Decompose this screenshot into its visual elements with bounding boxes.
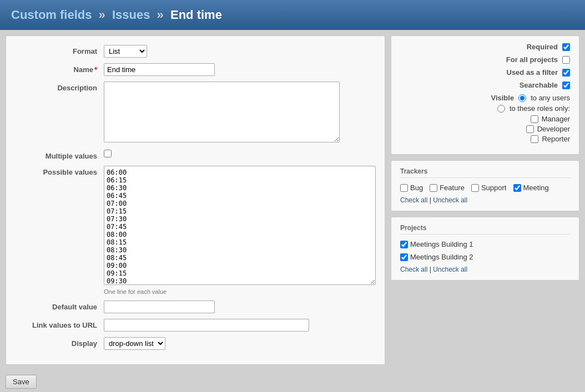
name-control bbox=[104, 63, 376, 76]
searchable-checkbox[interactable] bbox=[562, 82, 570, 89]
tracker-feature-label: Feature bbox=[440, 184, 465, 192]
used-as-filter-row: Used as a filter bbox=[400, 68, 570, 77]
description-control bbox=[104, 82, 376, 144]
project-1: Meetings Building 1 bbox=[400, 240, 473, 248]
save-button[interactable]: Save bbox=[6, 375, 37, 389]
visible-roles-radio[interactable] bbox=[497, 105, 505, 113]
breadcrumb-sep-1: » bbox=[99, 8, 105, 22]
projects-separator: | bbox=[430, 266, 431, 273]
multiple-values-label: Multiple values bbox=[15, 150, 104, 160]
multiple-values-checkbox[interactable] bbox=[104, 150, 112, 157]
format-row: Format List Text Integer Float Boolean D… bbox=[15, 45, 376, 58]
save-area: Save bbox=[0, 370, 585, 392]
trackers-check-all-link[interactable]: Check all bbox=[400, 196, 427, 204]
default-value-row: Default value bbox=[15, 301, 376, 313]
tracker-meeting-label: Meeting bbox=[523, 184, 549, 192]
page-title: End time bbox=[170, 8, 222, 22]
tracker-support: Support bbox=[471, 184, 507, 192]
breadcrumb-custom-fields[interactable]: Custom fields bbox=[11, 8, 92, 22]
default-value-input[interactable] bbox=[104, 301, 215, 313]
projects-check-uncheck: Check all | Uncheck all bbox=[400, 266, 570, 273]
visible-roles-row: to these roles only: bbox=[400, 104, 570, 113]
tracker-bug-checkbox[interactable] bbox=[400, 184, 408, 192]
trackers-row: Bug Feature Support Meeting bbox=[400, 184, 570, 192]
trackers-title: Trackers bbox=[400, 167, 570, 178]
role-manager-label: Manager bbox=[542, 115, 570, 123]
possible-values-textarea[interactable]: 06:00 06:15 06:30 06:45 07:00 07:15 07:3… bbox=[104, 166, 376, 285]
trackers-separator: | bbox=[430, 196, 431, 204]
left-panel: Format List Text Integer Float Boolean D… bbox=[6, 35, 385, 365]
role-reporter-row: Reporter bbox=[400, 135, 570, 143]
format-select[interactable]: List Text Integer Float Boolean Date Use… bbox=[104, 45, 147, 58]
used-as-filter-checkbox[interactable] bbox=[562, 69, 570, 77]
trackers-uncheck-all-link[interactable]: Uncheck all bbox=[433, 196, 467, 204]
link-values-input[interactable] bbox=[104, 319, 309, 332]
role-developer-checkbox[interactable] bbox=[526, 125, 534, 133]
main-content: Format List Text Integer Float Boolean D… bbox=[0, 30, 585, 370]
description-textarea[interactable] bbox=[104, 82, 340, 142]
project-1-checkbox[interactable] bbox=[400, 241, 408, 248]
project-1-label: Meetings Building 1 bbox=[410, 240, 473, 248]
for-all-projects-checkbox[interactable] bbox=[562, 56, 570, 64]
project-2: Meetings Building 2 bbox=[400, 253, 473, 261]
role-developer-row: Developer bbox=[400, 125, 570, 133]
tracker-bug: Bug bbox=[400, 184, 423, 192]
settings-box: Required For all projects Used as a filt… bbox=[391, 35, 579, 155]
display-select[interactable]: drop-down list check box bbox=[104, 337, 165, 350]
project-2-checkbox[interactable] bbox=[400, 253, 408, 261]
link-values-row: Link values to URL bbox=[15, 319, 376, 332]
default-value-control bbox=[104, 301, 376, 313]
project-2-row: Meetings Building 2 bbox=[400, 253, 570, 261]
for-all-projects-label: For all projects bbox=[506, 55, 558, 64]
name-label: Name* bbox=[15, 63, 104, 74]
tracker-feature-checkbox[interactable] bbox=[430, 184, 437, 192]
role-manager-checkbox[interactable] bbox=[531, 115, 538, 123]
possible-values-hint: One line for each value bbox=[104, 288, 376, 295]
display-row: Display drop-down list check box bbox=[15, 337, 376, 350]
multiple-values-control bbox=[104, 150, 376, 159]
page-header: Custom fields » Issues » End time bbox=[0, 0, 585, 30]
role-manager-row: Manager bbox=[400, 115, 570, 123]
link-values-control bbox=[104, 319, 376, 332]
project-2-label: Meetings Building 2 bbox=[410, 253, 473, 261]
projects-title: Projects bbox=[400, 224, 570, 235]
description-row: Description bbox=[15, 82, 376, 144]
display-label: Display bbox=[15, 337, 104, 348]
name-input[interactable] bbox=[104, 63, 215, 76]
trackers-box: Trackers Bug Feature Support Meeting bbox=[391, 160, 579, 211]
format-control: List Text Integer Float Boolean Date Use… bbox=[104, 45, 376, 58]
multiple-values-row: Multiple values bbox=[15, 150, 376, 160]
default-value-label: Default value bbox=[15, 301, 104, 311]
used-as-filter-label: Used as a filter bbox=[507, 68, 558, 77]
possible-values-row: Possible values 06:00 06:15 06:30 06:45 … bbox=[15, 166, 376, 295]
name-row: Name* bbox=[15, 63, 376, 76]
visible-any-row: Visible to any users bbox=[400, 94, 570, 102]
visible-any-radio[interactable] bbox=[518, 94, 526, 102]
project-1-row: Meetings Building 1 bbox=[400, 240, 570, 248]
trackers-check-uncheck: Check all | Uncheck all bbox=[400, 196, 570, 204]
tracker-bug-label: Bug bbox=[410, 184, 423, 192]
description-label: Description bbox=[15, 82, 104, 92]
for-all-projects-row: For all projects bbox=[400, 55, 570, 64]
role-developer-label: Developer bbox=[537, 125, 570, 133]
possible-values-label: Possible values bbox=[15, 166, 104, 176]
visible-section: Visible to any users to these roles only… bbox=[400, 94, 570, 143]
required-checkbox[interactable] bbox=[562, 43, 570, 51]
tracker-meeting-checkbox[interactable] bbox=[513, 184, 521, 192]
searchable-label: Searchable bbox=[520, 81, 558, 89]
tracker-support-label: Support bbox=[481, 184, 507, 192]
visible-roles-label: to these roles only: bbox=[510, 104, 570, 113]
display-control: drop-down list check box bbox=[104, 337, 376, 350]
format-label: Format bbox=[15, 45, 104, 55]
projects-uncheck-all-link[interactable]: Uncheck all bbox=[433, 266, 467, 273]
visible-label: Visible bbox=[491, 94, 514, 102]
projects-check-all-link[interactable]: Check all bbox=[400, 266, 427, 273]
role-reporter-checkbox[interactable] bbox=[531, 135, 538, 143]
possible-values-control: 06:00 06:15 06:30 06:45 07:00 07:15 07:3… bbox=[104, 166, 376, 295]
tracker-meeting: Meeting bbox=[513, 184, 549, 192]
breadcrumb-issues[interactable]: Issues bbox=[112, 8, 150, 22]
link-values-label: Link values to URL bbox=[15, 319, 104, 329]
tracker-feature: Feature bbox=[430, 184, 465, 192]
required-star: * bbox=[94, 65, 97, 74]
tracker-support-checkbox[interactable] bbox=[471, 184, 479, 192]
